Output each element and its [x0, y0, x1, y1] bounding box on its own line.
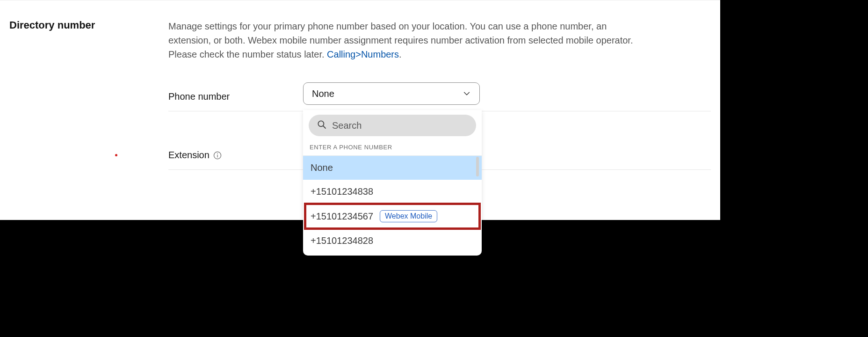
dropdown-search-wrap: Search [309, 115, 476, 136]
dropdown-option-3[interactable]: +15101234828 [303, 229, 482, 253]
dropdown-scrollbar[interactable] [476, 157, 479, 176]
annotation-red-dot [115, 154, 117, 156]
dropdown-group-label: ENTER A PHONE NUMBER [303, 141, 482, 156]
calling-numbers-link[interactable]: Calling>Numbers [327, 49, 399, 59]
phone-number-dropdown: Search ENTER A PHONE NUMBER None +151012… [303, 110, 482, 256]
phone-number-selected-value: None [312, 88, 334, 99]
section-heading: Directory number [9, 19, 95, 31]
info-icon[interactable] [213, 151, 222, 160]
extension-label: Extension [168, 150, 210, 161]
webex-mobile-badge: Webex Mobile [380, 210, 437, 222]
svg-line-4 [323, 126, 326, 128]
search-placeholder: Search [332, 120, 362, 131]
directory-number-panel: Directory number Manage settings for you… [0, 0, 720, 220]
dropdown-option-1[interactable]: +15101234838 [303, 180, 482, 204]
phone-number-select[interactable]: None [303, 82, 480, 105]
option-label: +15101234567 [311, 211, 373, 222]
description-suffix: . [399, 49, 402, 59]
section-description: Manage settings for your primary phone n… [168, 19, 645, 61]
chevron-down-icon [463, 89, 471, 98]
option-label: +15101234828 [311, 235, 373, 246]
dropdown-options: None +15101234838 +15101234567 Webex Mob… [303, 156, 482, 253]
dropdown-search-input[interactable]: Search [309, 115, 476, 136]
option-label: None [311, 162, 333, 173]
svg-point-2 [217, 153, 218, 154]
extension-label-wrap: Extension [168, 150, 222, 161]
search-icon [317, 120, 326, 131]
dropdown-option-none[interactable]: None [303, 156, 482, 180]
phone-number-label: Phone number [168, 91, 230, 102]
option-label: +15101234838 [311, 186, 373, 197]
dropdown-option-2[interactable]: +15101234567 Webex Mobile [303, 204, 482, 229]
